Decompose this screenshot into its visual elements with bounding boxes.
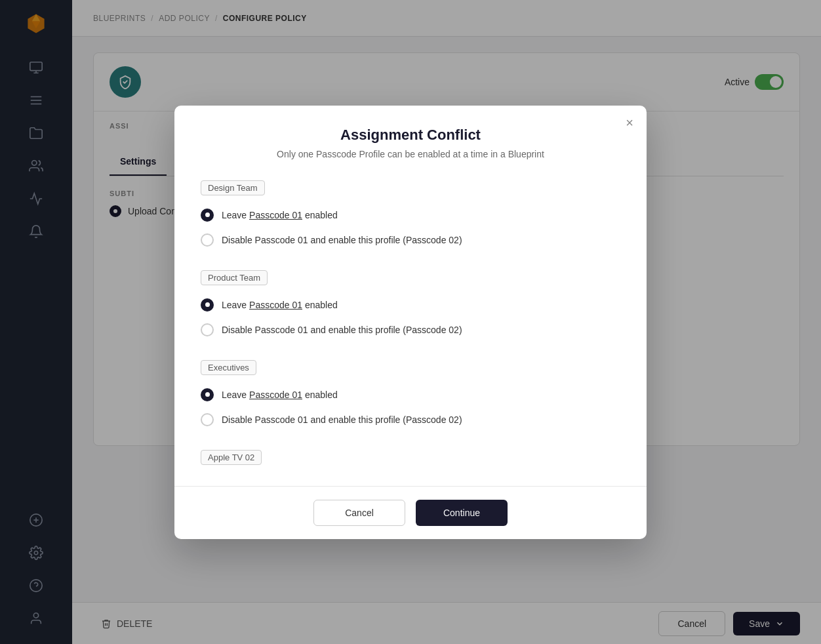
executives-option-1: Leave Passcode 01 enabled (201, 386, 620, 404)
modal-cancel-button[interactable]: Cancel (313, 500, 405, 526)
design-team-option-1: Leave Passcode 01 enabled (201, 206, 620, 224)
design-team-option-2-text: Disable Passcode 01 and enable this prof… (222, 235, 462, 245)
modal-body: Design Team Leave Passcode 01 enabled Di… (174, 170, 647, 486)
modal-continue-button[interactable]: Continue (416, 500, 508, 526)
modal-overlay: × Assignment Conflict Only one Passcode … (0, 0, 821, 644)
design-team-radio-1[interactable] (201, 209, 214, 222)
design-team-option-2: Disable Passcode 01 and enable this prof… (201, 231, 620, 249)
product-team-radio-2[interactable] (201, 323, 214, 336)
modal-header: Assignment Conflict Only one Passcode Pr… (174, 106, 647, 170)
executives-option-2: Disable Passcode 01 and enable this prof… (201, 411, 620, 429)
assignment-conflict-modal: × Assignment Conflict Only one Passcode … (174, 106, 647, 539)
design-team-radio-2[interactable] (201, 233, 214, 247)
executives-option-2-text: Disable Passcode 01 and enable this prof… (222, 414, 462, 425)
modal-title: Assignment Conflict (201, 127, 620, 144)
executives-radio-1[interactable] (201, 388, 214, 401)
group-executives: Executives Leave Passcode 01 enabled Dis… (201, 360, 620, 429)
group-tag-apple-tv: Apple TV 02 (201, 450, 262, 465)
executives-radio-2[interactable] (201, 413, 214, 426)
product-team-radio-1[interactable] (201, 298, 214, 312)
product-team-option-1: Leave Passcode 01 enabled (201, 296, 620, 314)
group-product-team: Product Team Leave Passcode 01 enabled D… (201, 270, 620, 339)
group-design-team: Design Team Leave Passcode 01 enabled Di… (201, 180, 620, 249)
group-tag-executives: Executives (201, 360, 256, 375)
executives-option-1-text: Leave Passcode 01 enabled (222, 390, 338, 400)
product-team-option-2-text: Disable Passcode 01 and enable this prof… (222, 325, 462, 335)
modal-subtitle: Only one Passcode Profile can be enabled… (201, 149, 620, 159)
modal-footer: Cancel Continue (174, 486, 647, 539)
group-tag-product-team: Product Team (201, 270, 268, 285)
product-team-option-1-text: Leave Passcode 01 enabled (222, 300, 338, 310)
product-team-option-2: Disable Passcode 01 and enable this prof… (201, 321, 620, 339)
design-team-option-1-text: Leave Passcode 01 enabled (222, 210, 338, 220)
group-apple-tv: Apple TV 02 (201, 450, 620, 475)
modal-close-button[interactable]: × (626, 116, 633, 129)
group-tag-design-team: Design Team (201, 180, 265, 195)
